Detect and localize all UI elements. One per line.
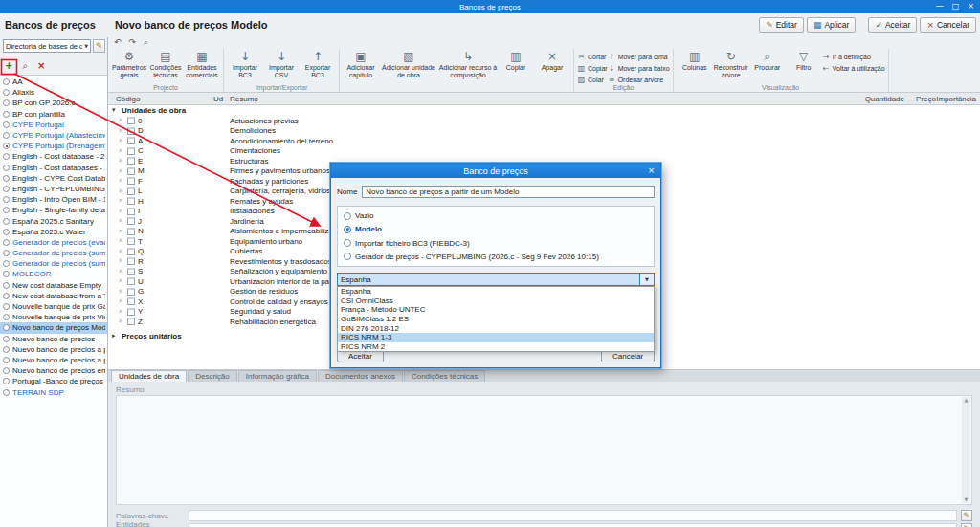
minimize-button[interactable]: — <box>936 3 944 11</box>
edit-keywords-button[interactable]: ✎ <box>961 510 972 521</box>
resumo-textarea[interactable]: ▲ ▼ <box>116 395 972 505</box>
database-list-item[interactable]: Aliaxis <box>0 87 107 98</box>
database-list-item[interactable]: Nuevo banco de precios a p... <box>0 355 107 365</box>
tab-descricao[interactable]: Descrição <box>188 370 237 382</box>
expand-icon[interactable]: › <box>119 117 125 124</box>
expand-icon[interactable]: › <box>119 237 125 245</box>
aplicar-button[interactable]: ▦ Aplicar <box>807 17 857 33</box>
dialog-titlebar[interactable]: Banco de preços × <box>331 164 660 178</box>
expand-icon[interactable]: › <box>119 297 125 305</box>
combo-option-rics-nrm-2[interactable]: RICS NRM 2 <box>338 342 654 352</box>
chapter-row[interactable]: ›CCimentaciones <box>108 146 980 157</box>
expand-icon[interactable]: › <box>119 268 125 275</box>
directory-dropdown[interactable]: Directoria de bases de d... ▼ <box>3 39 91 53</box>
copiar-button[interactable]: ▥Copiar <box>498 50 534 72</box>
expand-icon[interactable]: › <box>119 157 125 165</box>
parametros-gerais-button[interactable]: ⚙Parâmetros gerais <box>111 50 147 78</box>
name-input[interactable]: Novo banco de preços a partir de um Mode… <box>362 186 655 198</box>
collapse-icon[interactable]: ▾ <box>112 107 120 114</box>
tab-unidades-de-obra[interactable]: Unidades de obra <box>111 370 187 382</box>
importar-csv-button[interactable]: ↓Importar CSV <box>263 50 300 78</box>
expand-icon[interactable]: › <box>119 177 125 185</box>
database-list-item[interactable]: España 2025.c Sanitary <box>0 215 107 226</box>
expand-icon[interactable]: › <box>119 288 125 296</box>
database-list-item[interactable]: BP con GP 2026.c <box>0 98 107 108</box>
colunas-button[interactable]: ▥Colunas <box>677 50 713 72</box>
database-list-item[interactable]: Generador de precios (sumin... <box>0 248 107 258</box>
expand-icon[interactable]: › <box>119 277 125 285</box>
search-database-button[interactable]: ⌕ <box>22 61 28 71</box>
aceitar-button[interactable]: ✓ Aceitar <box>868 17 917 33</box>
database-list-item[interactable]: Nuevo banco de precios em... <box>0 365 107 376</box>
entidades-comerciais-button[interactable]: ▦Entidades comerciais <box>184 50 220 78</box>
database-list-item[interactable]: Nuevo banco de precios a p... <box>0 344 107 355</box>
copiar-edicao-button[interactable]: ▥Copiar <box>577 63 608 74</box>
scrollbar[interactable]: ▲ ▼ <box>962 397 970 503</box>
database-list-item[interactable]: TERRAIN SDP <box>0 386 107 397</box>
column-preco[interactable]: Preço <box>916 95 936 103</box>
expand-icon[interactable]: › <box>119 228 125 235</box>
zoom-icon[interactable]: ⌕ <box>144 38 148 47</box>
exportar-bc3-button[interactable]: ↑Exportar BC3 <box>300 50 336 78</box>
database-list-item[interactable]: English - Intro Open BIM - 1 <box>0 194 107 205</box>
option-modelo[interactable]: Modelo <box>344 225 648 233</box>
expand-icon[interactable]: › <box>119 248 125 255</box>
delete-database-button[interactable]: × <box>37 61 45 71</box>
database-list-item[interactable]: English - CYPE Cost Databas... <box>0 173 107 184</box>
tab-documentos-anexos[interactable]: Documentos anexos <box>318 370 403 382</box>
filtro-button[interactable]: ▽Filtro <box>786 50 822 72</box>
database-list-item[interactable]: Nouvelle banque de prix Vide <box>0 312 107 322</box>
keywords-input[interactable] <box>189 510 957 521</box>
combo-option-rics-nrm-1-3[interactable]: RICS NRM 1-3 <box>338 333 654 342</box>
adicionar-recurso-button[interactable]: ↳Adicionar recurso à composição <box>438 50 498 78</box>
adicionar-capitulo-button[interactable]: ▣Adicionar capítulo <box>343 50 379 78</box>
importar-bc3-button[interactable]: ↓Importar BC3 <box>227 50 263 78</box>
scroll-up-icon[interactable]: ▲ <box>965 398 969 403</box>
entities-input[interactable] <box>189 523 957 527</box>
mover-baixo-button[interactable]: ↓Mover para baixo <box>608 63 670 74</box>
expand-icon[interactable]: ▸ <box>112 333 120 340</box>
option-importar-bc3[interactable]: Importar ficheiro BC3 (FIEBDC-3) <box>344 239 648 248</box>
restore-button[interactable]: □ <box>952 3 960 11</box>
reconstruir-arvore-button[interactable]: ↻Reconstruir árvore <box>713 50 749 78</box>
combo-option-espanha[interactable]: Espanha <box>338 287 654 296</box>
scroll-down-icon[interactable]: ▼ <box>965 497 969 502</box>
column-codigo[interactable]: Código <box>116 95 140 103</box>
apagar-button[interactable]: ×Apagar <box>534 50 570 72</box>
tree-root-unidades-de-obra[interactable]: ▾Unidades de obra <box>108 105 980 116</box>
database-list-item[interactable]: CYPE Portugal (Drenagem) <box>0 141 107 151</box>
close-button[interactable]: × <box>968 3 974 11</box>
voltar-utilizacao-button[interactable]: ←Voltar à utilização <box>822 63 885 74</box>
database-list-item[interactable]: Generador de precios (evacu... <box>0 237 107 248</box>
database-list-item[interactable]: English - Single-family detac... <box>0 205 107 215</box>
database-list-item[interactable]: AA <box>0 77 107 87</box>
tab-informacao-grafica[interactable]: Informação gráfica <box>238 370 317 382</box>
database-list-item[interactable]: New cost database from a Te... <box>0 291 107 301</box>
combo-option-csi-omniclass[interactable]: CSI OmniClass <box>338 296 654 306</box>
procurar-button[interactable]: ⌕Procurar <box>749 50 786 72</box>
combo-option-gubimclass[interactable]: GuBIMClass 1.2 ES <box>338 315 654 324</box>
option-gerador-de-precos[interactable]: Gerador de preços - CYPEPLUMBING (2026.c… <box>344 253 648 261</box>
expand-icon[interactable]: › <box>119 137 125 144</box>
database-list-item[interactable]: CYPE Portugal <box>0 120 107 130</box>
tab-condicoes-tecnicas[interactable]: Condições técnicas <box>404 370 485 382</box>
expand-icon[interactable]: › <box>119 167 125 175</box>
database-list-item[interactable]: BP con plantilla <box>0 109 107 120</box>
ir-definicao-button[interactable]: →Ir à definição <box>822 52 885 62</box>
expand-icon[interactable]: › <box>119 257 125 265</box>
cancelar-button[interactable]: × Cancelar <box>920 17 976 33</box>
database-list-item[interactable]: Nuevo banco de precios <box>0 334 107 344</box>
combo-option-franca-untec[interactable]: França - Método UNTEC <box>338 305 654 315</box>
mover-cima-button[interactable]: ↑Mover para cima <box>608 52 670 62</box>
edit-directory-button[interactable]: ✎ <box>93 39 105 53</box>
database-list-item[interactable]: España 2025.c Water <box>0 227 107 237</box>
database-list-item[interactable]: English - Cost database - 2 <box>0 151 107 162</box>
expand-icon[interactable]: › <box>119 197 125 205</box>
expand-icon[interactable]: › <box>119 217 125 225</box>
expand-icon[interactable]: › <box>119 187 125 195</box>
column-resumo[interactable]: Resumo <box>230 95 258 103</box>
chevron-down-icon[interactable]: ▼ <box>639 274 654 285</box>
database-list-item[interactable]: New cost database Empty <box>0 280 107 291</box>
database-list-item[interactable]: English - CYPEPLUMBING - 1 <box>0 184 107 194</box>
titlebar[interactable]: Bancos de preços — □ × <box>0 0 980 13</box>
